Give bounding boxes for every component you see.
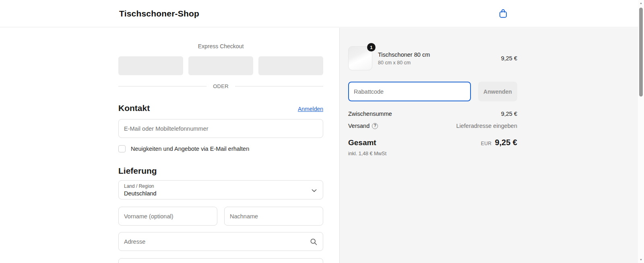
product-thumbnail: 1 <box>348 46 372 70</box>
express-checkout-label: Express Checkout <box>118 43 323 50</box>
newsletter-label: Neuigkeiten und Angebote via E-Mail erha… <box>131 146 249 152</box>
address-field[interactable] <box>118 232 323 251</box>
shipping-label: Versand <box>348 123 369 129</box>
product-title: Tischschoner 80 cm <box>378 51 495 58</box>
order-summary-panel: 1 Tischschoner 80 cm 80 cm x 80 cm 9,25 … <box>339 28 638 263</box>
express-payment-buttons <box>118 56 323 75</box>
chevron-down-icon <box>312 189 317 192</box>
shopping-bag-icon <box>498 8 508 19</box>
subtotal-value: 9,25 € <box>501 111 517 117</box>
shop-title: Tischschoner-Shop <box>119 9 199 18</box>
divider-line <box>118 86 206 86</box>
total-row: Gesamt EUR 9,25 € <box>348 138 517 147</box>
currency-code: EUR <box>481 141 492 146</box>
divider-line <box>235 86 323 86</box>
delivery-heading: Lieferung <box>118 166 157 176</box>
express-payment-button-2[interactable] <box>188 56 253 75</box>
subtotal-row: Zwischensumme 9,25 € <box>348 111 517 117</box>
total-label: Gesamt <box>348 138 376 147</box>
shipping-row: Versand ? Lieferadresse eingeben <box>348 123 517 129</box>
scrollbar-thumb[interactable] <box>639 8 643 97</box>
scrollbar-down-arrow[interactable]: ▼ <box>638 257 644 263</box>
next-address-field[interactable] <box>118 258 323 263</box>
express-payment-button-1[interactable] <box>118 56 183 75</box>
email-field[interactable] <box>118 119 323 138</box>
discount-code-input[interactable] <box>348 82 471 101</box>
contact-heading: Kontakt <box>118 103 150 113</box>
quantity-badge: 1 <box>367 43 376 51</box>
last-name-field[interactable] <box>224 207 323 226</box>
scrollbar-up-arrow[interactable]: ▲ <box>638 0 644 6</box>
cart-button[interactable] <box>498 8 508 19</box>
or-divider: ODER <box>118 82 323 90</box>
express-payment-button-3[interactable] <box>258 56 323 75</box>
total-value: 9,25 € <box>495 138 517 147</box>
product-price: 9,25 € <box>501 55 517 62</box>
newsletter-optin-row: Neuigkeiten und Angebote via E-Mail erha… <box>118 145 323 152</box>
apply-discount-button[interactable]: Anwenden <box>478 82 517 101</box>
search-icon <box>310 238 318 246</box>
country-select-value: Deutschland <box>124 190 318 197</box>
help-icon[interactable]: ? <box>372 123 378 129</box>
subtotal-label: Zwischensumme <box>348 111 392 117</box>
signin-link[interactable]: Anmelden <box>298 106 323 112</box>
tax-note: inkl. 1,48 € MwSt <box>348 151 517 156</box>
newsletter-checkbox[interactable] <box>118 145 126 152</box>
first-name-field[interactable] <box>118 207 217 226</box>
scrollbar: ▲ ▼ <box>638 0 644 263</box>
country-select[interactable]: Land / Region Deutschland <box>118 180 323 199</box>
country-select-label: Land / Region <box>124 183 318 189</box>
header: Tischschoner-Shop <box>0 0 638 27</box>
shipping-value: Lieferadresse eingeben <box>456 123 517 129</box>
cart-line-item: 1 Tischschoner 80 cm 80 cm x 80 cm 9,25 … <box>348 46 517 70</box>
checkout-form-panel: Express Checkout ODER Kontakt Anmelden N… <box>0 28 339 263</box>
or-divider-label: ODER <box>213 83 229 89</box>
product-variant: 80 cm x 80 cm <box>378 60 495 66</box>
